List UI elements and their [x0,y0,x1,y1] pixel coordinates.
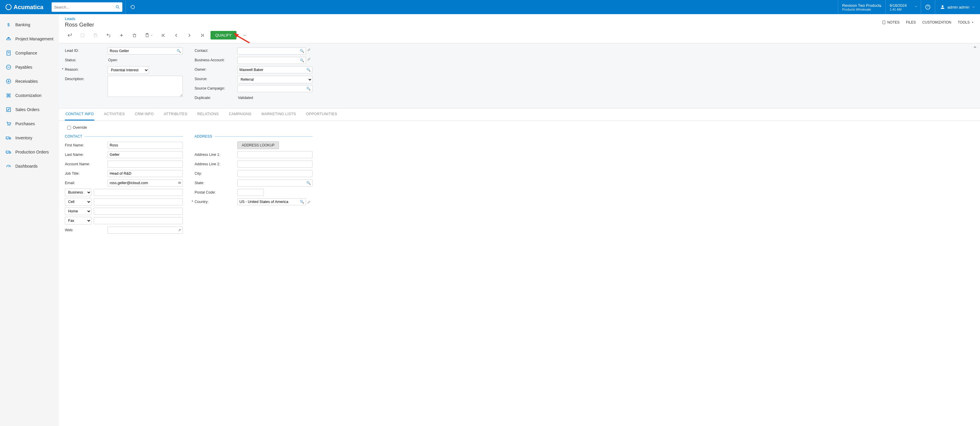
prev-button[interactable] [172,31,181,40]
lead-id-input[interactable] [108,48,183,54]
sidebar-item-sales-orders[interactable]: Sales Orders [0,103,59,117]
help-button[interactable]: ? [921,0,935,14]
save-icon [80,33,85,38]
reason-select[interactable]: Potential Interest [108,66,149,74]
user-menu[interactable]: admin admin [935,0,980,14]
business-account-input[interactable] [237,57,306,64]
refresh-button[interactable] [125,0,140,14]
job-title-input[interactable] [108,170,183,177]
business-date[interactable]: 9/16/2024 1:41 AM [885,0,921,14]
edit-account-button[interactable] [306,57,312,61]
gauge-icon [5,163,12,169]
last-button[interactable] [197,31,207,40]
customization-button[interactable]: CUSTOMIZATION [922,20,951,24]
phone2-input[interactable] [94,198,183,205]
svg-point-44 [246,35,246,36]
last-name-input[interactable] [108,151,183,158]
plus-icon [119,33,124,38]
svg-point-43 [244,35,245,36]
files-button[interactable]: FILES [906,20,916,24]
search-input[interactable] [54,5,115,10]
email-input[interactable] [108,179,183,187]
global-search[interactable] [52,2,123,12]
phone4-input[interactable] [94,217,183,224]
chevron-down-icon [150,34,153,37]
web-input[interactable] [108,226,183,234]
sidebar-item-payables[interactable]: Payables [0,60,59,74]
chevron-up-icon [973,45,977,49]
owner-input[interactable] [237,66,312,73]
back-button[interactable] [65,31,74,40]
company-selector[interactable]: Revision Two Products Products Wholesale [838,0,885,14]
undo-button[interactable] [104,31,113,40]
tab-activities[interactable]: ACTIVITIES [103,108,125,120]
phone2-type-select[interactable]: Cell [65,198,91,206]
svg-text:?: ? [927,5,929,8]
save-close-button[interactable] [78,31,87,40]
delete-button[interactable] [130,31,139,40]
page-title: Ross Geller [65,22,94,28]
edit-contact-button[interactable] [306,48,312,52]
tab-attributes[interactable]: ATTRIBUTES [163,108,188,120]
phone4-type-select[interactable]: Fax [65,217,91,225]
address-lookup-button[interactable]: ADDRESS LOOKUP [237,141,279,149]
override-checkbox[interactable] [67,126,71,130]
svg-point-25 [10,153,10,154]
clipboard-button[interactable] [143,31,155,40]
first-name-input[interactable] [108,142,183,149]
sidebar-item-purchases[interactable]: Purchases [0,117,59,131]
more-actions-button[interactable] [240,31,250,40]
edit-country-button[interactable] [306,200,312,204]
tab-opportunities[interactable]: OPPORTUNITIES [305,108,338,120]
undo-icon [106,33,111,38]
description-textarea[interactable] [108,76,183,97]
sidebar-item-production-orders[interactable]: Production Orders [0,145,59,159]
tab-crm-info[interactable]: CRM INFO [134,108,154,120]
collapse-button[interactable] [973,45,977,49]
tab-relations[interactable]: RELATIONS [197,108,220,120]
next-button[interactable] [185,31,194,40]
sidebar-item-inventory[interactable]: Inventory [0,131,59,145]
phone1-type-select[interactable]: Business 1 [65,188,91,196]
address-line2-input[interactable] [237,161,312,168]
sidebar-item-customization[interactable]: Customization [0,89,59,103]
summary-panel: Lead ID:🔍 Status:Open Reason:Potential I… [59,43,980,108]
save-button[interactable] [91,31,100,40]
chevron-down-icon [914,5,918,8]
help-icon: ? [925,4,931,10]
svg-point-24 [7,153,8,154]
phone3-type-select[interactable]: Home [65,207,91,215]
truck-icon [5,135,12,141]
qualify-button[interactable]: QUALIFY [210,31,237,40]
tab-strip: CONTACT INFO ACTIVITIES CRM INFO ATTRIBU… [59,108,980,121]
sidebar-item-compliance[interactable]: Compliance [0,46,59,60]
tab-contact-info[interactable]: CONTACT INFO [65,108,94,120]
account-name-input[interactable] [108,161,183,168]
postal-code-input[interactable] [237,189,264,196]
phone3-input[interactable] [94,208,183,215]
country-input[interactable] [237,198,306,205]
sidebar-item-receivables[interactable]: Receivables [0,74,59,89]
sidebar-item-dashboards[interactable]: Dashboards [0,159,59,173]
state-input[interactable] [237,179,312,187]
pencil-icon [307,48,311,52]
sidebar-item-project-management[interactable]: Project Management [0,32,59,46]
contact-input[interactable] [237,48,306,54]
source-select[interactable]: Referral [237,76,312,83]
breadcrumb-leads[interactable]: Leads [65,16,94,21]
city-input[interactable] [237,170,312,177]
tab-marketing-lists[interactable]: MARKETING LISTS [261,108,297,120]
source-campaign-input[interactable] [237,85,312,92]
truck-icon [5,149,12,155]
minus-circle-icon [5,64,12,70]
notes-button[interactable]: NOTES [882,20,899,24]
address-line1-input[interactable] [237,151,312,158]
add-button[interactable] [117,31,126,40]
svg-rect-29 [81,33,84,37]
brand-logo[interactable]: Acumatica [0,0,49,14]
tools-button[interactable]: TOOLS [958,20,974,24]
first-button[interactable] [159,31,168,40]
sidebar-item-banking[interactable]: $Banking [0,18,59,32]
phone1-input[interactable] [94,189,183,196]
tab-campaigns[interactable]: CAMPAIGNS [228,108,252,120]
